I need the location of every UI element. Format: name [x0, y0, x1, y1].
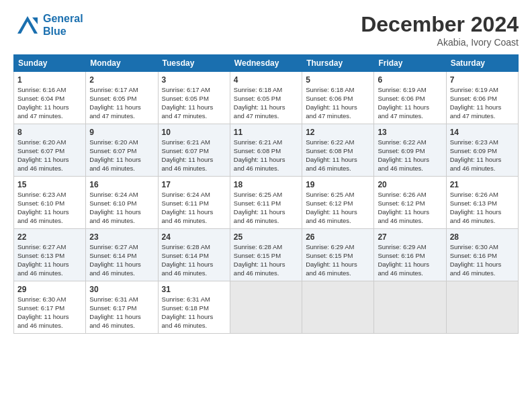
day-info-line: Daylight: 11 hours [378, 156, 442, 165]
day-info-line: Sunrise: 6:25 AM [234, 191, 298, 199]
day-number: 15 [17, 179, 82, 190]
day-info-line: Sunset: 6:12 PM [378, 199, 442, 208]
day-info-line: Daylight: 11 hours [378, 103, 442, 112]
day-number: 27 [378, 232, 442, 242]
day-info-line: Sunrise: 6:25 AM [306, 191, 370, 199]
day-number: 9 [89, 127, 154, 138]
day-info-line: Sunrise: 6:29 AM [378, 243, 442, 252]
calendar-cell: 1Sunrise: 6:16 AMSunset: 6:04 PMDaylight… [14, 72, 86, 124]
day-info-line: Sunrise: 6:17 AM [162, 86, 226, 95]
day-info-line: Sunrise: 6:26 AM [450, 191, 515, 199]
day-number: 4 [234, 75, 298, 85]
calendar-week-1: 1Sunrise: 6:16 AMSunset: 6:04 PMDaylight… [14, 72, 519, 124]
day-info-line: Daylight: 11 hours [234, 261, 298, 269]
calendar-cell: 5Sunrise: 6:18 AMSunset: 6:06 PMDaylight… [302, 72, 374, 124]
day-number: 24 [162, 232, 226, 242]
day-info-line: Sunrise: 6:19 AM [450, 86, 515, 95]
day-info-line: and 46 minutes. [378, 269, 442, 278]
calendar-cell: 10Sunrise: 6:21 AMSunset: 6:07 PMDayligh… [158, 124, 230, 177]
calendar-cell: 7Sunrise: 6:19 AMSunset: 6:06 PMDaylight… [446, 72, 518, 124]
day-info-line: Daylight: 11 hours [378, 208, 442, 217]
day-info-line: and 46 minutes. [450, 269, 515, 278]
generalblue-logo-icon [13, 12, 42, 38]
page: General Blue December 2024 Akabia, Ivory… [0, 0, 532, 411]
calendar-cell: 26Sunrise: 6:29 AMSunset: 6:15 PMDayligh… [302, 229, 374, 281]
weekday-header-thursday: Thursday [302, 55, 374, 72]
day-number: 10 [162, 127, 226, 138]
day-number: 1 [17, 75, 82, 85]
calendar-cell: 19Sunrise: 6:25 AMSunset: 6:12 PMDayligh… [302, 177, 374, 229]
day-info-line: Sunset: 6:14 PM [89, 252, 154, 261]
day-info-line: and 46 minutes. [162, 322, 226, 330]
calendar-cell: 4Sunrise: 6:18 AMSunset: 6:05 PMDaylight… [230, 72, 302, 124]
day-info-line: Sunset: 6:12 PM [306, 199, 370, 208]
day-number: 3 [162, 75, 226, 85]
day-info-line: Sunrise: 6:27 AM [17, 243, 82, 252]
header: General Blue December 2024 Akabia, Ivory… [13, 12, 519, 48]
day-info-line: Sunset: 6:06 PM [378, 95, 442, 103]
day-info-line: Daylight: 11 hours [450, 156, 515, 165]
day-info-line: and 47 minutes. [378, 112, 442, 121]
day-info-line: Sunset: 6:13 PM [450, 199, 515, 208]
weekday-header-friday: Friday [374, 55, 446, 72]
day-info-line: Sunrise: 6:26 AM [378, 191, 442, 199]
calendar-week-2: 8Sunrise: 6:20 AMSunset: 6:07 PMDaylight… [14, 124, 519, 177]
day-info-line: Daylight: 11 hours [306, 103, 370, 112]
day-number: 7 [450, 75, 515, 85]
day-info-line: Daylight: 11 hours [17, 208, 82, 217]
weekday-header-saturday: Saturday [446, 55, 518, 72]
day-info-line: Daylight: 11 hours [306, 156, 370, 165]
day-info-line: Daylight: 11 hours [450, 208, 515, 217]
day-info-line: and 47 minutes. [234, 112, 298, 121]
day-info-line: Daylight: 11 hours [306, 261, 370, 269]
day-info-line: Daylight: 11 hours [234, 208, 298, 217]
calendar-cell: 2Sunrise: 6:17 AMSunset: 6:05 PMDaylight… [86, 72, 158, 124]
day-info-line: Sunset: 6:05 PM [234, 95, 298, 103]
day-info-line: Sunrise: 6:17 AM [89, 86, 154, 95]
calendar-cell: 12Sunrise: 6:22 AMSunset: 6:08 PMDayligh… [302, 124, 374, 177]
calendar-cell: 25Sunrise: 6:28 AMSunset: 6:15 PMDayligh… [230, 229, 302, 281]
day-number: 5 [306, 75, 370, 85]
day-info-line: Sunrise: 6:20 AM [89, 138, 154, 147]
day-number: 2 [89, 75, 154, 85]
day-number: 30 [89, 284, 154, 295]
calendar-cell: 16Sunrise: 6:24 AMSunset: 6:10 PMDayligh… [86, 177, 158, 229]
day-info-line: and 46 minutes. [234, 165, 298, 173]
day-info-line: Sunrise: 6:30 AM [450, 243, 515, 252]
calendar-cell: 15Sunrise: 6:23 AMSunset: 6:10 PMDayligh… [14, 177, 86, 229]
day-info-line: Sunrise: 6:29 AM [306, 243, 370, 252]
day-info-line: Sunrise: 6:22 AM [306, 138, 370, 147]
day-info-line: and 47 minutes. [162, 112, 226, 121]
day-number: 25 [234, 232, 298, 242]
day-number: 19 [306, 179, 370, 190]
day-info-line: and 46 minutes. [450, 217, 515, 226]
calendar-cell: 6Sunrise: 6:19 AMSunset: 6:06 PMDaylight… [374, 72, 446, 124]
day-number: 20 [378, 179, 442, 190]
calendar-cell: 18Sunrise: 6:25 AMSunset: 6:11 PMDayligh… [230, 177, 302, 229]
weekday-header-row: SundayMondayTuesdayWednesdayThursdayFrid… [14, 55, 519, 72]
calendar-cell [374, 281, 446, 334]
day-info-line: and 46 minutes. [17, 217, 82, 226]
day-info-line: Sunrise: 6:18 AM [306, 86, 370, 95]
day-info-line: Sunrise: 6:16 AM [17, 86, 82, 95]
day-info-line: Sunset: 6:05 PM [162, 95, 226, 103]
calendar-week-3: 15Sunrise: 6:23 AMSunset: 6:10 PMDayligh… [14, 177, 519, 229]
calendar-cell: 14Sunrise: 6:23 AMSunset: 6:09 PMDayligh… [446, 124, 518, 177]
day-info-line: and 47 minutes. [450, 112, 515, 121]
day-info-line: and 46 minutes. [234, 217, 298, 226]
day-info-line: Sunset: 6:05 PM [89, 95, 154, 103]
weekday-header-sunday: Sunday [14, 55, 86, 72]
calendar-cell: 21Sunrise: 6:26 AMSunset: 6:13 PMDayligh… [446, 177, 518, 229]
day-info-line: Daylight: 11 hours [89, 208, 154, 217]
day-info-line: Daylight: 11 hours [162, 261, 226, 269]
calendar-cell [302, 281, 374, 334]
day-number: 23 [89, 232, 154, 242]
day-info-line: Sunset: 6:11 PM [234, 199, 298, 208]
calendar-cell: 9Sunrise: 6:20 AMSunset: 6:07 PMDaylight… [86, 124, 158, 177]
day-info-line: and 46 minutes. [17, 322, 82, 330]
day-info-line: Sunrise: 6:18 AM [234, 86, 298, 95]
day-info-line: Sunrise: 6:20 AM [17, 138, 82, 147]
day-info-line: Sunset: 6:16 PM [450, 252, 515, 261]
day-info-line: Sunset: 6:08 PM [234, 147, 298, 156]
day-info-line: Daylight: 11 hours [450, 261, 515, 269]
